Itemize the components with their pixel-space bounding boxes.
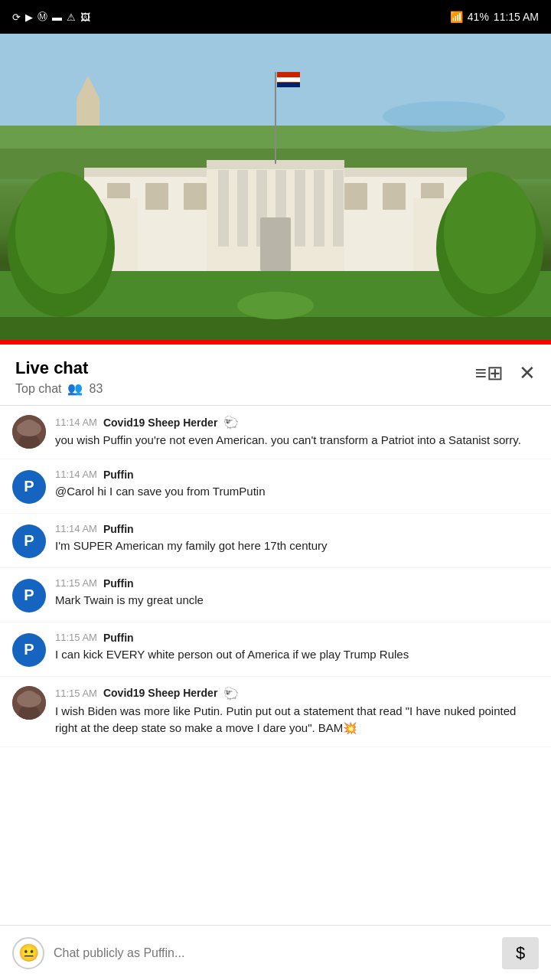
message-meta: 11:15 AM Covid19 Sheep Herder 🐑 bbox=[55, 686, 539, 701]
emoji-button[interactable]: 😐 bbox=[12, 937, 44, 969]
svg-rect-16 bbox=[237, 170, 248, 247]
send-icon: $ bbox=[516, 943, 525, 963]
message-author: Puffin bbox=[103, 469, 134, 481]
message-row: 11:15 AM Covid19 Sheep Herder 🐑 I wish B… bbox=[0, 677, 551, 747]
message-content: 11:15 AM Puffin Mark Twain is my great u… bbox=[55, 577, 539, 612]
message-content: 11:15 AM Covid19 Sheep Herder 🐑 I wish B… bbox=[55, 686, 539, 737]
svg-rect-21 bbox=[333, 170, 344, 247]
message-time: 11:14 AM bbox=[55, 523, 97, 534]
svg-rect-20 bbox=[314, 170, 324, 247]
message-meta: 11:14 AM Puffin bbox=[55, 469, 539, 481]
avatar: P bbox=[12, 633, 46, 667]
svg-rect-8 bbox=[145, 183, 168, 210]
warning-icon: ⚠ bbox=[67, 11, 76, 23]
message-author: Covid19 Sheep Herder bbox=[103, 687, 217, 699]
svg-rect-15 bbox=[218, 170, 229, 247]
chat-input-bar: 😐 $ bbox=[0, 925, 551, 980]
message-row: P 11:14 AM Puffin I'm SUPER American my … bbox=[0, 514, 551, 568]
message-text: @Carol hi I can save you from TrumPutin bbox=[55, 483, 539, 501]
message-content: 11:15 AM Puffin I can kick EVERY white p… bbox=[55, 632, 539, 667]
svg-rect-34 bbox=[277, 77, 300, 82]
message-row: P 11:14 AM Puffin @Carol hi I can save y… bbox=[0, 459, 551, 514]
message-time: 11:15 AM bbox=[55, 688, 97, 699]
avatar: P bbox=[12, 470, 46, 504]
message-content: 11:14 AM Puffin I'm SUPER American my fa… bbox=[55, 523, 539, 558]
svg-point-38 bbox=[20, 420, 38, 438]
message-row: 11:14 AM Covid19 Sheep Herder 🐑 you wish… bbox=[0, 406, 551, 459]
message-content: 11:14 AM Covid19 Sheep Herder 🐑 you wish… bbox=[55, 415, 539, 449]
video-thumbnail bbox=[0, 34, 551, 340]
message-meta: 11:14 AM Puffin bbox=[55, 523, 539, 535]
message-time: 11:15 AM bbox=[55, 577, 97, 589]
svg-point-31 bbox=[237, 292, 314, 319]
time-display: 11:15 AM bbox=[494, 11, 539, 23]
svg-rect-10 bbox=[344, 183, 367, 210]
status-icons: ⟳ ▶ Ⓜ ▬ ⚠ 🖼 bbox=[12, 10, 90, 24]
chat-title: Live chat bbox=[15, 358, 103, 378]
youtube-icon: ▶ bbox=[25, 11, 33, 23]
svg-rect-35 bbox=[277, 83, 300, 87]
svg-rect-11 bbox=[383, 183, 406, 210]
message-text: I can kick EVERY white person out of Ame… bbox=[55, 646, 539, 664]
svg-rect-9 bbox=[184, 183, 207, 210]
message-time: 11:14 AM bbox=[55, 469, 97, 480]
svg-point-36 bbox=[383, 101, 505, 132]
message-time: 11:15 AM bbox=[55, 632, 97, 643]
svg-point-28 bbox=[15, 172, 107, 294]
m-icon: Ⓜ bbox=[37, 10, 47, 24]
status-bar: ⟳ ▶ Ⓜ ▬ ⚠ 🖼 📶 41% 11:15 AM bbox=[0, 0, 551, 34]
close-icon[interactable]: ✕ bbox=[519, 361, 536, 385]
send-button[interactable]: $ bbox=[502, 937, 539, 969]
video-player[interactable] bbox=[0, 34, 551, 340]
svg-point-40 bbox=[23, 425, 28, 430]
message-row: P 11:15 AM Puffin I can kick EVERY white… bbox=[0, 622, 551, 677]
viewer-count: 83 bbox=[89, 382, 103, 396]
status-indicators: 📶 41% 11:15 AM bbox=[450, 11, 539, 23]
chat-header: Live chat Top chat 👥 83 ≡⊞ ✕ bbox=[0, 345, 551, 396]
message-author: Covid19 Sheep Herder bbox=[103, 416, 217, 429]
message-text: I wish Biden was more like Putin. Putin … bbox=[55, 703, 539, 737]
message-content: 11:14 AM Puffin @Carol hi I can save you… bbox=[55, 469, 539, 504]
chat-controls: ≡⊞ ✕ bbox=[475, 358, 536, 385]
message-text: I'm SUPER American my family got here 17… bbox=[55, 537, 539, 555]
avatar: P bbox=[12, 579, 46, 612]
wifi-icon: 📶 bbox=[450, 11, 463, 23]
sheep-emoji: 🐑 bbox=[223, 686, 239, 701]
sheep-emoji: 🐑 bbox=[223, 415, 239, 430]
message-text: you wish Puffin you're not even American… bbox=[55, 432, 539, 449]
svg-point-30 bbox=[444, 172, 536, 294]
chat-subtitle: Top chat 👥 83 bbox=[15, 381, 103, 396]
svg-point-46 bbox=[31, 696, 35, 701]
filter-icon[interactable]: ≡⊞ bbox=[475, 361, 504, 385]
message-author: Puffin bbox=[103, 577, 134, 590]
sync-icon: ⟳ bbox=[12, 11, 21, 23]
people-icon: 👥 bbox=[67, 381, 83, 396]
image-icon: 🖼 bbox=[80, 11, 90, 23]
bottom-spacer bbox=[0, 747, 551, 808]
svg-rect-26 bbox=[0, 317, 551, 340]
avatar bbox=[12, 686, 46, 720]
live-chat-panel: Live chat Top chat 👥 83 ≡⊞ ✕ bbox=[0, 345, 551, 808]
svg-rect-22 bbox=[260, 217, 291, 271]
avatar bbox=[12, 415, 46, 449]
svg-point-41 bbox=[31, 425, 35, 430]
message-meta: 11:14 AM Covid19 Sheep Herder 🐑 bbox=[55, 415, 539, 430]
message-meta: 11:15 AM Puffin bbox=[55, 632, 539, 644]
message-meta: 11:15 AM Puffin bbox=[55, 577, 539, 590]
chat-title-area: Live chat Top chat 👥 83 bbox=[15, 358, 103, 396]
battery-text: 41% bbox=[468, 11, 489, 23]
svg-point-43 bbox=[20, 691, 38, 709]
chat-input[interactable] bbox=[54, 937, 493, 969]
avatar: P bbox=[12, 524, 46, 558]
svg-rect-19 bbox=[295, 170, 305, 247]
message-text: Mark Twain is my great uncle bbox=[55, 592, 539, 609]
message-row: P 11:15 AM Puffin Mark Twain is my great… bbox=[0, 568, 551, 622]
file-icon: ▬ bbox=[52, 11, 62, 23]
message-author: Puffin bbox=[103, 632, 134, 644]
svg-point-45 bbox=[23, 696, 28, 701]
chat-messages-list: 11:14 AM Covid19 Sheep Herder 🐑 you wish… bbox=[0, 406, 551, 747]
message-time: 11:14 AM bbox=[55, 416, 97, 428]
message-author: Puffin bbox=[103, 523, 134, 535]
top-chat-label[interactable]: Top chat bbox=[15, 382, 61, 396]
